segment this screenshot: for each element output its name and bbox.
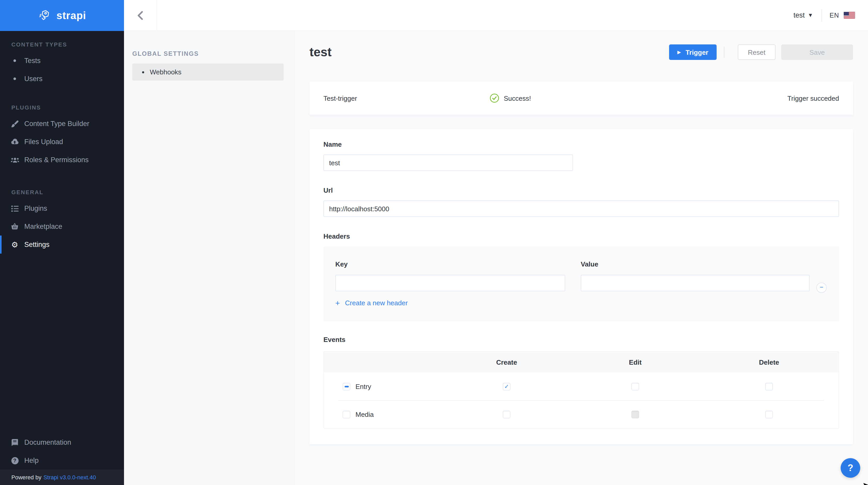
trigger-button-label: Trigger bbox=[686, 48, 708, 56]
play-icon: ▶ bbox=[677, 50, 681, 55]
create-header-label: Create a new header bbox=[345, 299, 408, 307]
sidebar-item-content-type-builder[interactable]: Content Type Builder bbox=[0, 115, 124, 133]
trigger-name: Test-trigger bbox=[323, 94, 357, 102]
entry-delete-checkbox[interactable] bbox=[765, 383, 773, 390]
sidebar-item-users[interactable]: Users bbox=[0, 70, 124, 88]
main-sidebar: strapi CONTENT TYPES Tests Users PLUGINS… bbox=[0, 0, 124, 485]
trigger-status: Success! bbox=[490, 94, 531, 103]
column-edit: Edit bbox=[571, 358, 700, 366]
header-value-input[interactable] bbox=[581, 275, 810, 291]
section-content-types: CONTENT TYPES bbox=[0, 40, 124, 48]
events-label: Events bbox=[323, 336, 839, 344]
events-section: Events Create Edit Delete Entry bbox=[323, 336, 839, 429]
sidebar-bottom: Documentation ? Help Powered by Strapi v… bbox=[0, 433, 124, 485]
chevron-down-icon: ▼ bbox=[809, 13, 812, 18]
paintbrush-icon bbox=[10, 120, 19, 127]
key-label: Key bbox=[335, 260, 565, 268]
sidebar-item-documentation[interactable]: Documentation bbox=[0, 433, 124, 451]
media-row-checkbox[interactable] bbox=[343, 410, 350, 418]
page-header: test ▶ Trigger Reset Save bbox=[309, 44, 853, 60]
sidebar-item-settings[interactable]: ⚙ Settings bbox=[0, 235, 124, 254]
row-label: Media bbox=[355, 410, 374, 418]
section-general: GENERAL bbox=[0, 188, 124, 196]
topbar-divider bbox=[821, 9, 822, 22]
save-button[interactable]: Save bbox=[781, 44, 853, 60]
list-icon bbox=[10, 205, 19, 212]
strapi-logo-text: strapi bbox=[57, 9, 86, 22]
url-label: Url bbox=[323, 187, 839, 194]
sidebar-item-marketplace[interactable]: Marketplace bbox=[0, 218, 124, 235]
minus-icon: − bbox=[820, 284, 823, 290]
strapi-logo[interactable]: strapi bbox=[0, 0, 124, 31]
us-flag-icon bbox=[844, 12, 855, 19]
mouse-cursor bbox=[863, 481, 868, 485]
sidebar-item-roles-permissions[interactable]: Roles & Permissions bbox=[0, 151, 124, 169]
sidebar-item-label: Content Type Builder bbox=[24, 120, 89, 128]
actions-divider bbox=[724, 46, 724, 58]
subnav-item-webhooks[interactable]: Webhooks bbox=[132, 64, 284, 80]
sidebar-item-label: Marketplace bbox=[24, 223, 62, 230]
gear-icon: ⚙ bbox=[10, 240, 19, 249]
plus-icon: + bbox=[335, 299, 340, 307]
headers-panel: Key Value − + Create a new head bbox=[323, 247, 839, 321]
trigger-result-card: Test-trigger Success! Trigger succeded bbox=[309, 82, 853, 115]
media-create-checkbox[interactable] bbox=[503, 410, 510, 418]
strapi-version-link[interactable]: Strapi v3.0.0-next.40 bbox=[43, 474, 96, 480]
header-key-input[interactable] bbox=[335, 275, 565, 291]
sidebar-item-label: Settings bbox=[24, 241, 50, 249]
topbar-right: test ▼ EN bbox=[793, 9, 868, 22]
bullet-icon bbox=[10, 77, 19, 80]
webhook-form-card: Name Url Headers Key Value bbox=[309, 129, 853, 444]
entry-edit-checkbox[interactable] bbox=[631, 383, 639, 390]
sidebar-item-help[interactable]: ? Help bbox=[0, 451, 124, 470]
sidebar-nav: CONTENT TYPES Tests Users PLUGINS Conten… bbox=[0, 31, 124, 254]
bullet-icon bbox=[142, 71, 144, 73]
trigger-button[interactable]: ▶ Trigger bbox=[669, 44, 717, 60]
entry-row-checkbox[interactable] bbox=[343, 383, 350, 390]
sidebar-item-label: Help bbox=[24, 457, 39, 464]
table-row-media: Media bbox=[324, 400, 839, 428]
topbar: test ▼ EN bbox=[124, 0, 868, 31]
reset-button[interactable]: Reset bbox=[738, 44, 776, 60]
chevron-left-icon bbox=[137, 10, 143, 20]
question-circle-icon: ? bbox=[10, 457, 19, 464]
basket-icon bbox=[10, 223, 19, 230]
create-header-link[interactable]: + Create a new header bbox=[335, 299, 408, 307]
page-title: test bbox=[309, 45, 332, 59]
media-delete-checkbox[interactable] bbox=[765, 410, 773, 418]
locale-switcher[interactable]: EN bbox=[830, 12, 855, 19]
main-content: test ▶ Trigger Reset Save Test-trigger bbox=[294, 31, 868, 485]
events-table-header: Create Edit Delete bbox=[324, 352, 839, 373]
entry-create-checkbox[interactable] bbox=[503, 383, 510, 390]
sidebar-item-label: Tests bbox=[24, 57, 40, 65]
sidebar-item-label: Plugins bbox=[24, 204, 47, 212]
strapi-rocket-icon bbox=[38, 9, 52, 22]
column-delete: Delete bbox=[700, 358, 839, 366]
header-actions: ▶ Trigger Reset Save bbox=[669, 44, 853, 60]
sidebar-item-files-upload[interactable]: Files Upload bbox=[0, 133, 124, 151]
locale-code: EN bbox=[830, 12, 839, 19]
section-plugins: PLUGINS bbox=[0, 103, 124, 111]
sidebar-item-tests[interactable]: Tests bbox=[0, 52, 124, 70]
events-table: Create Edit Delete Entry bbox=[323, 351, 839, 429]
header-kv-row: Key Value − bbox=[335, 260, 827, 293]
sidebar-item-label: Users bbox=[24, 75, 43, 83]
user-menu[interactable]: test ▼ bbox=[793, 11, 812, 19]
sidebar-item-label: Documentation bbox=[24, 439, 71, 446]
powered-by-text: Powered by bbox=[11, 474, 41, 480]
help-fab-button[interactable]: ? bbox=[841, 458, 860, 478]
url-input[interactable] bbox=[323, 200, 839, 217]
trigger-result-text: Trigger succeded bbox=[787, 94, 839, 102]
powered-by-footer: Powered by Strapi v3.0.0-next.40 bbox=[0, 470, 124, 485]
remove-header-button[interactable]: − bbox=[816, 283, 827, 293]
sidebar-item-plugins[interactable]: Plugins bbox=[0, 199, 124, 218]
name-label: Name bbox=[323, 140, 839, 148]
sidebar-item-label: Roles & Permissions bbox=[24, 156, 89, 164]
media-edit-checkbox[interactable] bbox=[631, 410, 639, 418]
sidebar-item-label: Files Upload bbox=[24, 138, 63, 146]
bullet-icon bbox=[10, 59, 19, 62]
back-button[interactable] bbox=[124, 0, 157, 30]
name-input[interactable] bbox=[323, 155, 573, 171]
book-icon bbox=[10, 439, 19, 446]
success-check-icon bbox=[490, 94, 499, 103]
